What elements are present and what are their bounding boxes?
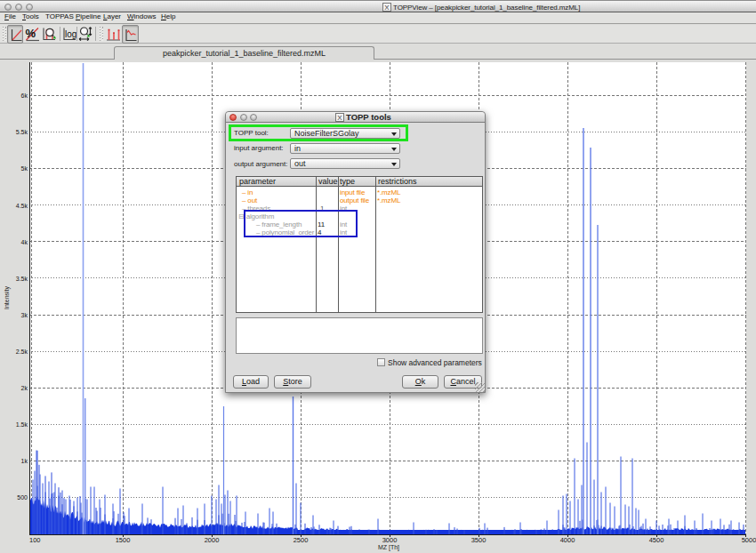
svg-text:3500: 3500	[471, 536, 487, 544]
svg-text:3.5k: 3.5k	[16, 276, 28, 282]
svg-text:%: %	[26, 27, 36, 40]
svg-text:1.5k: 1.5k	[16, 421, 28, 428]
svg-text:1k: 1k	[21, 458, 28, 464]
svg-text:6k: 6k	[21, 92, 28, 99]
svg-text:4000: 4000	[560, 536, 575, 544]
svg-text:5k: 5k	[21, 165, 28, 172]
svg-text:3000: 3000	[382, 536, 398, 544]
svg-text:5000: 5000	[742, 536, 756, 544]
svg-text:3k: 3k	[21, 312, 28, 318]
svg-text:100: 100	[29, 536, 41, 544]
svg-text:4500: 4500	[649, 536, 664, 544]
svg-text:2k: 2k	[21, 385, 28, 391]
svg-text:2.5k: 2.5k	[16, 349, 28, 355]
svg-text:500: 500	[17, 494, 28, 501]
svg-text:1500: 1500	[116, 536, 131, 544]
svg-text:log: log	[65, 29, 76, 39]
svg-text:5.5k: 5.5k	[16, 129, 28, 135]
svg-text:MZ [Th]: MZ [Th]	[378, 544, 399, 551]
svg-text:Intensity: Intensity	[4, 285, 11, 309]
svg-text:2500: 2500	[294, 536, 309, 544]
svg-text:2000: 2000	[205, 536, 220, 544]
svg-text:4k: 4k	[21, 239, 28, 245]
svg-text:4.5k: 4.5k	[16, 203, 28, 209]
